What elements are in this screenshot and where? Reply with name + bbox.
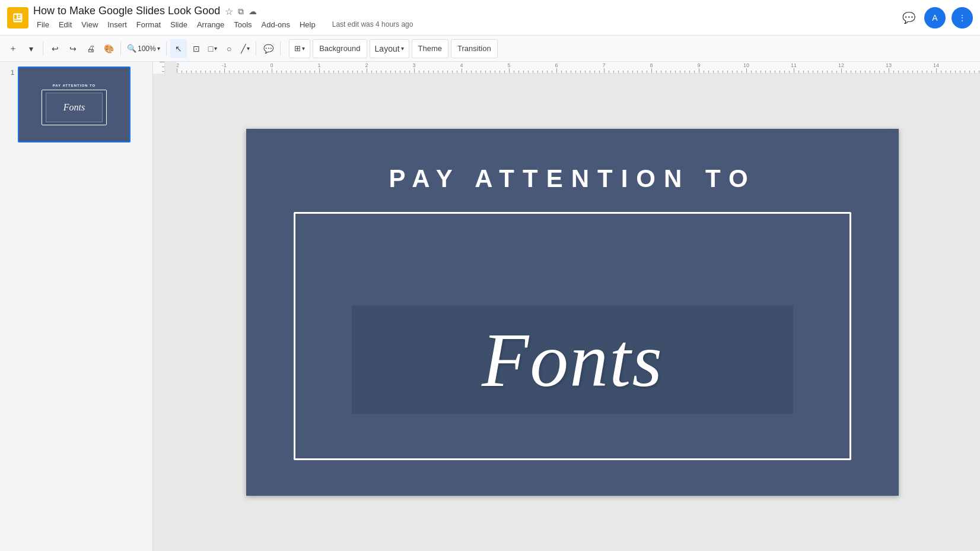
- slide-number-1: 1: [5, 66, 14, 76]
- layout-chevron-icon: ▾: [401, 45, 404, 52]
- cursor-tool-button[interactable]: ↖: [170, 39, 187, 58]
- zoom-icon: 🔍: [127, 44, 136, 53]
- share-button[interactable]: ⋮: [952, 7, 973, 28]
- top-ruler-row: -2-10123456789101112131415161718192021: [153, 62, 980, 74]
- background-button[interactable]: Background: [313, 39, 367, 58]
- slide-fonts-text: Fonts: [482, 321, 663, 398]
- editor-canvas[interactable]: PAY ATTENTION TO Fonts: [153, 74, 980, 551]
- shape-dropdown[interactable]: □ ▾: [206, 39, 219, 58]
- select-tool-button[interactable]: ⊡: [188, 39, 205, 58]
- zoom-chevron-icon: ▾: [157, 45, 160, 52]
- slide-thumbnail-1[interactable]: PAY ATTENTION TO Fonts: [18, 66, 131, 142]
- toolbar: ＋ ▾ ↩ ↪ 🖨 🎨 🔍 100% ▾ ↖ ⊡ □ ▾ ○ ╱ ▾ 💬 ⊞ ▾…: [0, 36, 980, 62]
- thumb-fonts-text: Fonts: [63, 102, 85, 113]
- paint-format-button[interactable]: 🎨: [100, 39, 117, 58]
- doc-title-area: How to Make Google Slides Look Good ☆ ⧉ …: [33, 5, 893, 30]
- top-right-actions: 💬 A ⋮: [898, 7, 973, 28]
- layout-dropdown[interactable]: Layout ▾: [370, 39, 409, 58]
- toolbar-separator-1: [43, 42, 43, 56]
- editor-area: -2-10123456789101112131415161718192021 1…: [153, 62, 980, 551]
- menu-addons[interactable]: Add-ons: [258, 19, 294, 30]
- menu-insert[interactable]: Insert: [104, 19, 131, 30]
- insert-chevron-icon: ▾: [302, 45, 305, 52]
- slide-thumb-wrapper-1: 1 PAY ATTENTION TO Fonts: [5, 66, 148, 142]
- slide-inner-box: Fonts: [352, 306, 793, 414]
- insert-icon: ⊞: [294, 44, 301, 53]
- cloud-icon[interactable]: ☁: [249, 7, 257, 16]
- last-edit-status: Last edit was 4 hours ago: [329, 19, 417, 30]
- account-button[interactable]: A: [924, 7, 946, 28]
- menu-arrange[interactable]: Arrange: [193, 19, 228, 30]
- doc-menu: File Edit View Insert Format Slide Arran…: [33, 18, 893, 30]
- toolbar-separator-3: [166, 42, 167, 56]
- toolbar-separator-2: [120, 42, 121, 56]
- undo-button[interactable]: ↩: [47, 39, 63, 58]
- menu-view[interactable]: View: [78, 19, 101, 30]
- menu-edit[interactable]: Edit: [55, 19, 75, 30]
- line-chevron-icon: ▾: [247, 45, 250, 52]
- toolbar-separator-4: [256, 42, 256, 56]
- slide-canvas[interactable]: PAY ATTENTION TO Fonts: [246, 129, 899, 496]
- zoom-level: 100%: [138, 45, 156, 53]
- slide-toolbar-buttons: ⊞ ▾ Background Layout ▾ Theme Transition: [289, 39, 498, 58]
- slide-top-text: PAY ATTENTION TO: [246, 164, 899, 193]
- slide-outer-box: Fonts: [294, 212, 851, 460]
- toolbar-separator-5: [280, 42, 281, 56]
- insert-dropdown[interactable]: ⊞ ▾: [289, 39, 310, 58]
- add-slide-button[interactable]: ＋: [5, 39, 21, 58]
- canvas-row: 123456789 PAY ATTENTION TO Fonts: [153, 74, 980, 551]
- add-dropdown-button[interactable]: ▾: [23, 39, 39, 58]
- shape-chevron-icon: ▾: [214, 45, 217, 52]
- line-dropdown[interactable]: ╱ ▾: [238, 39, 252, 58]
- menu-tools[interactable]: Tools: [230, 19, 255, 30]
- app-icon: [7, 7, 28, 28]
- print-button[interactable]: 🖨: [82, 39, 99, 58]
- doc-title[interactable]: How to Make Google Slides Look Good: [33, 5, 220, 18]
- zoom-dropdown[interactable]: 🔍 100% ▾: [125, 39, 163, 58]
- menu-format[interactable]: Format: [133, 19, 164, 30]
- transition-button[interactable]: Transition: [451, 39, 498, 58]
- comments-button[interactable]: 💬: [898, 7, 919, 28]
- slides-panel: 1 PAY ATTENTION TO Fonts: [0, 62, 153, 551]
- star-icon[interactable]: ☆: [225, 6, 233, 17]
- thumb-top-text: PAY ATTENTION TO: [53, 84, 96, 87]
- comment-inline-button[interactable]: 💬: [260, 39, 276, 58]
- menu-file[interactable]: File: [33, 19, 53, 30]
- menu-help[interactable]: Help: [296, 19, 319, 30]
- line-icon: ╱: [241, 44, 246, 53]
- menu-slide[interactable]: Slide: [167, 19, 191, 30]
- theme-button[interactable]: Theme: [412, 39, 448, 58]
- thumb-inner-box: Fonts: [46, 93, 103, 122]
- shape-icon: □: [208, 44, 213, 53]
- drive-icon[interactable]: ⧉: [238, 7, 244, 17]
- redo-button[interactable]: ↪: [65, 39, 81, 58]
- circle-tool-button[interactable]: ○: [221, 39, 237, 58]
- horizontal-ruler: -2-10123456789101112131415161718192021: [177, 62, 980, 74]
- thumb-outer-box: Fonts: [42, 90, 107, 125]
- layout-label: Layout: [375, 44, 400, 53]
- main-layout: 1 PAY ATTENTION TO Fonts -2-101234567891…: [0, 62, 980, 551]
- top-bar: How to Make Google Slides Look Good ☆ ⧉ …: [0, 0, 980, 36]
